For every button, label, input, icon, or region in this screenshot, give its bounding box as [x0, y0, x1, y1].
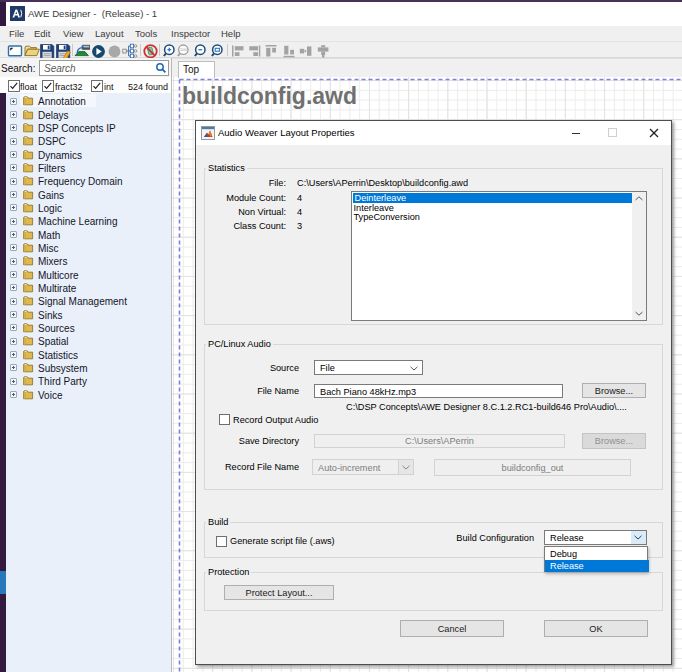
svg-text:100: 100 [180, 47, 187, 52]
